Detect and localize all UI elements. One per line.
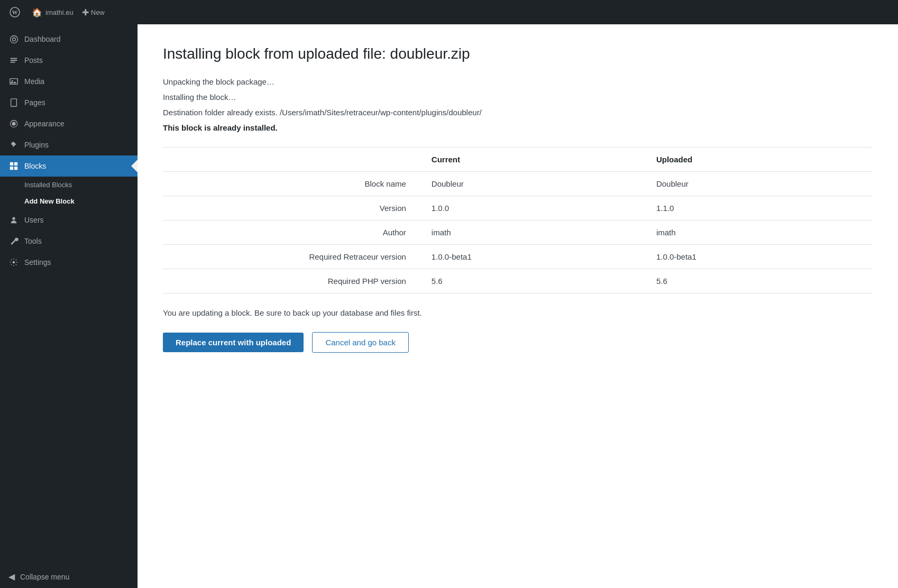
main-content: Installing block from uploaded file: dou…	[138, 24, 898, 588]
appearance-icon	[8, 118, 19, 129]
sidebar-item-tools-label: Tools	[24, 237, 42, 245]
sidebar-item-posts[interactable]: Posts	[0, 50, 138, 71]
svg-text:W: W	[12, 9, 18, 15]
replace-button[interactable]: Replace current with uploaded	[163, 333, 304, 352]
row-current: imath	[423, 221, 648, 245]
row-current: 5.6	[423, 269, 648, 293]
sidebar-nav: Dashboard Posts Media P	[0, 24, 138, 277]
sidebar-submenu-add-new-block[interactable]: Add New Block	[0, 193, 138, 209]
already-installed-notice: This block is already installed.	[163, 123, 873, 132]
sidebar-item-media[interactable]: Media	[0, 71, 138, 92]
site-link[interactable]: 🏠 imathi.eu	[32, 7, 74, 17]
collapse-icon: ◀	[8, 572, 15, 582]
collapse-label: Collapse menu	[20, 573, 69, 581]
update-notice: You are updating a block. Be sure to bac…	[163, 308, 873, 317]
row-uploaded: imath	[648, 221, 873, 245]
comparison-table: Current Uploaded Block name Doubleur Dou…	[163, 147, 873, 293]
collapse-menu-button[interactable]: ◀ Collapse menu	[0, 565, 138, 588]
row-label: Author	[163, 221, 423, 245]
sidebar-item-posts-label: Posts	[24, 56, 43, 65]
svg-rect-4	[11, 99, 17, 106]
layout: Dashboard Posts Media P	[0, 24, 898, 588]
action-buttons: Replace current with uploaded Cancel and…	[163, 332, 873, 353]
sidebar-item-users[interactable]: Users	[0, 209, 138, 231]
sidebar-item-plugins-label: Plugins	[24, 141, 49, 149]
sidebar-item-blocks-label: Blocks	[24, 162, 46, 170]
tools-icon	[8, 236, 19, 246]
wp-logo[interactable]: W	[6, 4, 23, 21]
posts-icon	[8, 55, 19, 66]
sidebar: Dashboard Posts Media P	[0, 24, 138, 588]
sidebar-item-pages[interactable]: Pages	[0, 92, 138, 113]
sidebar-item-settings[interactable]: Settings	[0, 252, 138, 273]
row-uploaded: Doubleur	[648, 172, 873, 196]
table-row: Required PHP version 5.6 5.6	[163, 269, 873, 293]
plugins-icon	[8, 140, 19, 150]
page-title: Installing block from uploaded file: dou…	[163, 45, 873, 62]
sidebar-item-appearance[interactable]: Appearance	[0, 113, 138, 134]
sidebar-item-dashboard-label: Dashboard	[24, 35, 61, 43]
pages-icon	[8, 97, 19, 108]
row-label: Block name	[163, 172, 423, 196]
sidebar-submenu-blocks: Installed Blocks Add New Block	[0, 177, 138, 209]
sidebar-submenu-installed-blocks[interactable]: Installed Blocks	[0, 177, 138, 193]
row-label: Required PHP version	[163, 269, 423, 293]
row-uploaded: 5.6	[648, 269, 873, 293]
row-uploaded: 1.0.0-beta1	[648, 245, 873, 269]
topbar: W 🏠 imathi.eu ✚ New	[0, 0, 898, 24]
table-row: Author imath imath	[163, 221, 873, 245]
svg-rect-6	[14, 162, 17, 166]
svg-rect-2	[10, 79, 17, 85]
col-header-uploaded: Uploaded	[648, 148, 873, 172]
row-label: Required Retraceur version	[163, 245, 423, 269]
table-row: Version 1.0.0 1.1.0	[163, 196, 873, 221]
svg-rect-7	[10, 167, 13, 170]
svg-rect-5	[10, 162, 13, 166]
sidebar-item-media-label: Media	[24, 77, 44, 86]
media-icon	[8, 76, 19, 87]
sidebar-item-users-label: Users	[24, 216, 44, 224]
sidebar-item-appearance-label: Appearance	[24, 120, 65, 128]
row-uploaded: 1.1.0	[648, 196, 873, 221]
new-content-link[interactable]: ✚ New	[82, 7, 105, 17]
dashboard-icon	[8, 34, 19, 44]
log-line-1: Unpacking the block package…	[163, 77, 873, 86]
svg-point-10	[13, 261, 15, 264]
sidebar-item-settings-label: Settings	[24, 258, 51, 267]
row-current: 1.0.0	[423, 196, 648, 221]
svg-rect-8	[14, 167, 17, 170]
svg-point-9	[12, 217, 15, 220]
cancel-button[interactable]: Cancel and go back	[312, 332, 409, 353]
sidebar-item-dashboard[interactable]: Dashboard	[0, 29, 138, 50]
col-header-current: Current	[423, 148, 648, 172]
table-row: Required Retraceur version 1.0.0-beta1 1…	[163, 245, 873, 269]
sidebar-item-tools[interactable]: Tools	[0, 231, 138, 252]
log-line-2: Installing the block…	[163, 93, 873, 102]
blocks-icon	[8, 161, 19, 171]
new-label: New	[91, 8, 105, 16]
row-current: Doubleur	[423, 172, 648, 196]
users-icon	[8, 215, 19, 225]
sidebar-item-blocks[interactable]: Blocks	[0, 155, 138, 177]
col-header-label	[163, 148, 423, 172]
row-label: Version	[163, 196, 423, 221]
table-row: Block name Doubleur Doubleur	[163, 172, 873, 196]
row-current: 1.0.0-beta1	[423, 245, 648, 269]
site-name: imathi.eu	[45, 8, 74, 16]
sidebar-item-plugins[interactable]: Plugins	[0, 134, 138, 155]
settings-icon	[8, 257, 19, 268]
sidebar-item-pages-label: Pages	[24, 98, 45, 107]
log-line-3: Destination folder already exists. /User…	[163, 108, 873, 117]
